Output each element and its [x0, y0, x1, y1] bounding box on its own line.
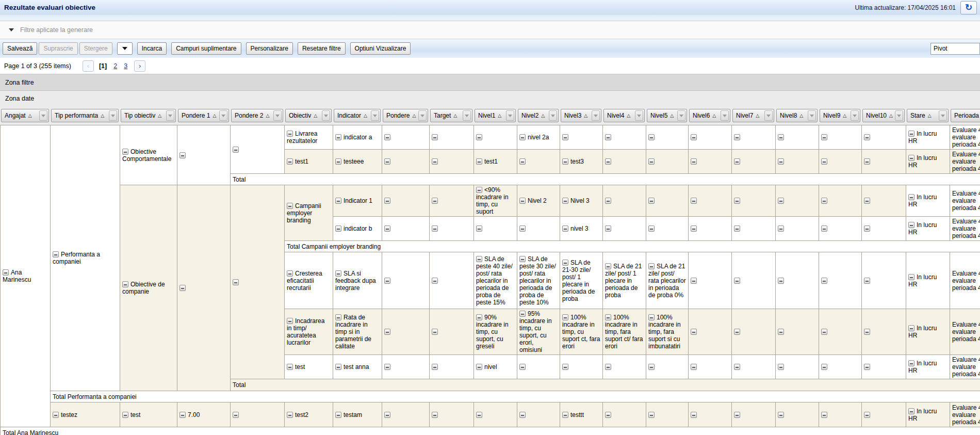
collapse-icon[interactable] [287, 364, 293, 370]
filter-dropdown-button[interactable] [219, 110, 227, 121]
collapse-icon[interactable] [734, 225, 740, 232]
refresh-button[interactable]: ↻ [960, 1, 977, 14]
column-chip-indicator[interactable]: Indicator△ [334, 109, 381, 122]
collapse-icon[interactable] [778, 134, 784, 140]
delete-button[interactable]: Stergere [79, 42, 112, 55]
filter-dropdown-button[interactable] [549, 110, 557, 121]
collapse-icon[interactable] [864, 225, 870, 232]
collapse-icon[interactable] [691, 278, 697, 284]
collapse-icon[interactable] [179, 152, 186, 158]
collapse-icon[interactable] [384, 412, 390, 418]
collapse-icon[interactable] [778, 158, 784, 165]
filter-dropdown-button[interactable] [764, 110, 773, 121]
collapse-icon[interactable] [519, 412, 526, 418]
collapse-icon[interactable] [122, 412, 128, 418]
collapse-icon[interactable] [432, 198, 438, 204]
column-chip-tip-performanta[interactable]: Tip performanta△ [51, 109, 119, 122]
filter-dropdown-button[interactable] [721, 110, 729, 121]
collapse-icon[interactable] [908, 131, 914, 137]
column-chip-target[interactable]: Target△ [430, 109, 472, 122]
collapse-icon[interactable] [562, 198, 568, 204]
collapse-icon[interactable] [287, 270, 293, 277]
collapse-icon[interactable] [648, 412, 655, 418]
view-options-button[interactable]: Optiuni Vizualizare [350, 42, 411, 55]
column-chip-obiectiv[interactable]: Obiectiv△ [285, 109, 332, 122]
filter-dropdown-button[interactable] [371, 110, 379, 121]
collapse-icon[interactable] [734, 198, 740, 204]
personalize-button[interactable]: Personalizare [246, 42, 293, 55]
collapse-icon[interactable] [335, 225, 341, 232]
collapse-icon[interactable] [179, 285, 186, 291]
collapse-icon[interactable] [432, 158, 438, 165]
collapse-icon[interactable] [778, 225, 784, 232]
collapse-icon[interactable] [778, 329, 784, 335]
filter-dropdown-button[interactable] [808, 110, 816, 121]
collapse-icon[interactable] [821, 134, 827, 140]
collapse-icon[interactable] [908, 155, 914, 161]
collapse-icon[interactable] [864, 412, 870, 418]
collapse-icon[interactable] [734, 134, 740, 140]
collapse-icon[interactable] [778, 364, 784, 370]
collapse-icon[interactable] [691, 134, 697, 140]
page-3-link[interactable]: 3 [124, 62, 127, 70]
collapse-icon[interactable] [335, 412, 341, 418]
collapse-icon[interactable] [605, 314, 611, 320]
collapse-icon[interactable] [476, 314, 482, 320]
collapse-icon[interactable] [734, 329, 740, 335]
collapse-icon[interactable] [821, 158, 827, 165]
collapse-icon[interactable] [864, 134, 870, 140]
collapse-icon[interactable] [519, 134, 526, 140]
collapse-icon[interactable] [335, 198, 341, 204]
collapse-icon[interactable] [605, 198, 611, 204]
collapse-icon[interactable] [287, 412, 293, 418]
filter-zone-bar[interactable]: Zona filtre [0, 74, 980, 91]
collapse-icon[interactable] [908, 194, 914, 200]
filters-applied-panel[interactable]: Filtre aplicate la generare [0, 21, 980, 39]
column-chip-nivel1[interactable]: Nivel1△ [475, 109, 516, 122]
column-chip-nivel5[interactable]: Nivel5△ [647, 109, 687, 122]
collapse-icon[interactable] [648, 134, 655, 140]
save-button[interactable]: Salvează [3, 42, 37, 55]
filter-dropdown-button[interactable] [635, 110, 643, 121]
collapse-icon[interactable] [605, 134, 611, 140]
filter-dropdown-button[interactable] [273, 110, 282, 121]
collapse-icon[interactable] [432, 364, 438, 370]
collapse-icon[interactable] [476, 134, 482, 140]
collapse-icon[interactable] [3, 269, 9, 276]
collapse-icon[interactable] [287, 131, 293, 137]
filter-dropdown-button[interactable] [463, 110, 471, 121]
collapse-icon[interactable] [821, 198, 827, 204]
collapse-icon[interactable] [476, 412, 482, 418]
collapse-icon[interactable] [864, 278, 870, 284]
collapse-icon[interactable] [648, 314, 655, 320]
collapse-icon[interactable] [864, 158, 870, 165]
collapse-icon[interactable] [605, 412, 611, 418]
collapse-icon[interactable] [476, 187, 482, 193]
collapse-icon[interactable] [562, 314, 568, 320]
filter-dropdown-button[interactable] [39, 110, 47, 121]
collapse-icon[interactable] [384, 225, 390, 232]
column-chip-nivel2[interactable]: Nivel2△ [518, 109, 559, 122]
collapse-icon[interactable] [384, 278, 390, 284]
collapse-icon[interactable] [821, 412, 827, 418]
collapse-icon[interactable] [179, 412, 186, 418]
column-chip-stare[interactable]: Stare△ [907, 109, 949, 122]
collapse-icon[interactable] [519, 158, 526, 165]
collapse-icon[interactable] [233, 412, 239, 418]
column-chip-nivel8[interactable]: Nivel8△ [776, 109, 818, 122]
column-chip-pondere[interactable]: Pondere△ [383, 109, 428, 122]
next-page-button[interactable]: › [134, 60, 145, 72]
collapse-icon[interactable] [476, 158, 482, 165]
column-chip-nivel7[interactable]: Nivel7△ [732, 109, 774, 122]
collapse-icon[interactable] [908, 408, 914, 414]
collapse-icon[interactable] [562, 260, 568, 266]
collapse-icon[interactable] [778, 412, 784, 418]
collapse-icon[interactable] [476, 256, 482, 262]
collapse-icon[interactable] [605, 263, 611, 269]
collapse-icon[interactable] [384, 364, 390, 370]
reset-filters-button[interactable]: Resetare filtre [298, 42, 346, 55]
filter-dropdown-button[interactable] [677, 110, 685, 121]
collapse-icon[interactable] [908, 325, 914, 331]
collapse-icon[interactable] [562, 364, 568, 370]
collapse-icon[interactable] [691, 158, 697, 165]
